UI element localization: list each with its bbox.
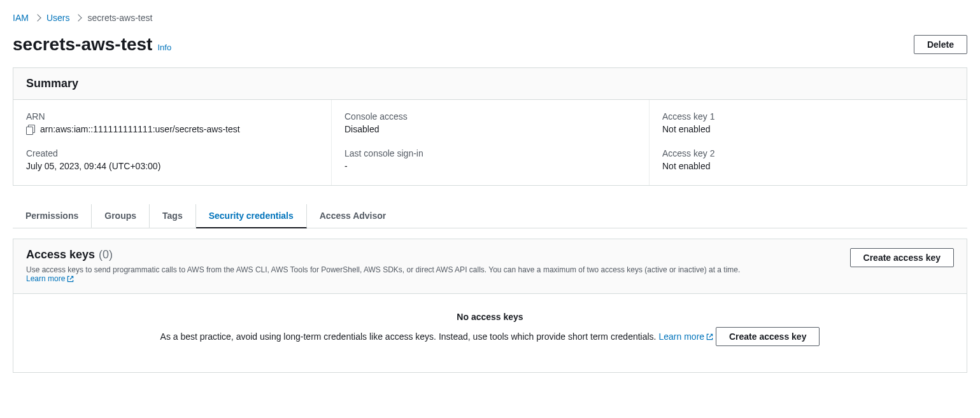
page-header: secrets-aws-test Info Delete [13,34,967,55]
page-title-text: secrets-aws-test [13,34,152,55]
learn-more-empty-text: Learn more [659,331,705,342]
access-key-2-field: Access key 2 Not enabled [662,148,954,171]
console-access-label: Console access [344,111,636,122]
arn-value: arn:aws:iam::111111111111:user/secrets-a… [40,124,240,134]
access-keys-count: (0) [99,248,113,261]
access-key-2-value: Not enabled [662,161,954,171]
summary-heading: Summary [13,68,967,100]
access-keys-description-text: Use access keys to send programmatic cal… [26,265,740,274]
tab-tags[interactable]: Tags [150,204,196,228]
created-label: Created [26,148,318,158]
create-access-key-button-header[interactable]: Create access key [850,248,954,267]
external-link-icon [67,275,74,282]
access-key-1-label: Access key 1 [662,111,954,122]
access-key-2-label: Access key 2 [662,148,954,158]
breadcrumb-users[interactable]: Users [46,13,70,23]
summary-col-2: Console access Disabled Last console sig… [331,100,649,185]
copy-icon[interactable] [26,125,35,134]
summary-col-1: ARN arn:aws:iam::111111111111:user/secre… [13,100,331,185]
last-signin-value: - [344,161,636,171]
tab-security-credentials[interactable]: Security credentials [196,204,307,228]
access-keys-header: Access keys (0) Use access keys to send … [13,239,967,294]
access-keys-description: Use access keys to send programmatic cal… [26,265,752,283]
breadcrumb-current: secrets-aws-test [87,13,152,23]
access-keys-title: Access keys [26,248,95,261]
access-key-1-value: Not enabled [662,124,954,134]
learn-more-link[interactable]: Learn more [26,274,74,283]
summary-panel: Summary ARN arn:aws:iam::111111111111:us… [13,67,967,186]
access-key-1-field: Access key 1 Not enabled [662,111,954,134]
learn-more-link-empty[interactable]: Learn more [659,331,714,342]
chevron-right-icon [75,14,82,21]
chevron-right-icon [34,14,41,21]
last-signin-label: Last console sign-in [344,148,636,158]
arn-label: ARN [26,111,318,122]
summary-col-3: Access key 1 Not enabled Access key 2 No… [649,100,967,185]
no-access-keys-title: No access keys [26,312,954,322]
console-access-value: Disabled [344,124,636,134]
access-keys-empty-state: No access keys As a best practice, avoid… [13,294,967,372]
console-access-field: Console access Disabled [344,111,636,134]
external-link-icon [706,333,713,340]
access-keys-panel: Access keys (0) Use access keys to send … [13,239,967,373]
last-signin-field: Last console sign-in - [344,148,636,171]
breadcrumb-iam[interactable]: IAM [13,13,29,23]
created-field: Created July 05, 2023, 09:44 (UTC+03:00) [26,148,318,171]
learn-more-text: Learn more [26,274,65,283]
tab-groups[interactable]: Groups [92,204,150,228]
created-value: July 05, 2023, 09:44 (UTC+03:00) [26,161,318,171]
page-title: secrets-aws-test Info [13,34,171,55]
delete-button[interactable]: Delete [914,35,967,54]
summary-grid: ARN arn:aws:iam::111111111111:user/secre… [13,100,967,185]
no-access-keys-text: As a best practice, avoid using long-ter… [160,331,657,342]
arn-field: ARN arn:aws:iam::111111111111:user/secre… [26,111,318,134]
info-link[interactable]: Info [157,43,171,52]
create-access-key-button-empty[interactable]: Create access key [716,327,820,346]
tab-access-advisor[interactable]: Access Advisor [307,204,399,228]
tab-permissions[interactable]: Permissions [13,204,92,228]
breadcrumb: IAM Users secrets-aws-test [13,13,967,23]
tabs-container: Permissions Groups Tags Security credent… [13,204,967,228]
